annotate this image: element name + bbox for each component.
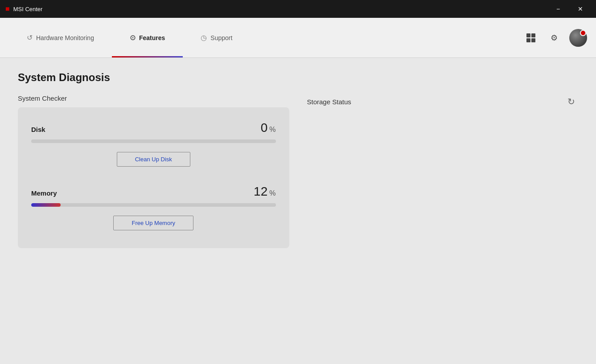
memory-unit: % [269,189,275,197]
disk-progress-bar [31,139,276,143]
tab-features-label: Features [139,34,165,41]
nav-bar: ↺ Hardware Monitoring ⊙ Features ◷ Suppo… [0,18,596,58]
disk-value-row: 0 % [261,121,276,135]
memory-progress-fill [31,203,61,207]
app-title-area: ■ MSI Center [5,5,42,13]
hardware-monitoring-icon: ↺ [27,33,33,42]
memory-header: Memory 12 % [31,184,276,199]
memory-label: Memory [31,189,57,197]
storage-content [307,114,579,337]
grid-cell-2 [531,33,535,37]
grid-cell-1 [526,33,530,37]
tab-support[interactable]: ◷ Support [183,18,250,57]
tab-support-label: Support [210,34,232,41]
app-container: ↺ Hardware Monitoring ⊙ Features ◷ Suppo… [0,18,596,364]
window-controls: − ✕ [548,0,591,18]
grid-cell-3 [526,38,530,42]
grid-icon [526,33,535,42]
storage-status-label: Storage Status [307,98,351,106]
memory-value: 12 [254,184,267,199]
disk-value: 0 [261,121,268,135]
system-checker-section: System Checker Disk 0 % [18,94,289,337]
memory-progress-bar [31,203,276,207]
support-icon: ◷ [201,33,207,42]
app-icon: ■ [5,5,10,13]
grid-cell-4 [531,38,535,42]
nav-tabs: ↺ Hardware Monitoring ⊙ Features ◷ Suppo… [9,18,250,57]
settings-icon: ⚙ [551,33,558,43]
memory-value-row: 12 % [254,184,275,199]
memory-section: Memory 12 % Free Up Memory [31,184,276,230]
disk-header: Disk 0 % [31,121,276,135]
tab-hardware-monitoring[interactable]: ↺ Hardware Monitoring [9,18,112,57]
title-bar: ■ MSI Center − ✕ [0,0,596,18]
settings-button[interactable]: ⚙ [546,30,562,46]
features-icon: ⊙ [130,33,136,42]
storage-status-section: Storage Status ↻ [307,94,579,337]
page-title: System Diagnosis [18,71,578,84]
storage-header: Storage Status ↻ [307,94,579,109]
free-up-memory-button[interactable]: Free Up Memory [113,216,193,230]
nav-right: ⚙ [523,29,587,47]
tab-features[interactable]: ⊙ Features [112,18,183,57]
refresh-icon: ↻ [567,96,575,107]
storage-refresh-button[interactable]: ↻ [564,94,578,109]
disk-unit: % [269,126,275,134]
disk-label: Disk [31,126,45,133]
checker-card: Disk 0 % Clean Up Disk [18,107,289,248]
tab-hardware-monitoring-label: Hardware Monitoring [36,34,94,41]
grid-view-button[interactable] [523,30,539,46]
system-checker-label: System Checker [18,94,289,102]
main-grid: System Checker Disk 0 % [18,94,578,337]
app-title: MSI Center [13,6,43,12]
disk-section: Disk 0 % Clean Up Disk [31,121,276,167]
user-avatar[interactable] [569,29,587,47]
close-button[interactable]: ✕ [570,0,591,18]
clean-up-disk-button[interactable]: Clean Up Disk [117,152,190,167]
minimize-button[interactable]: − [548,0,568,18]
content-area: System Diagnosis System Checker Disk 0 % [0,58,596,364]
